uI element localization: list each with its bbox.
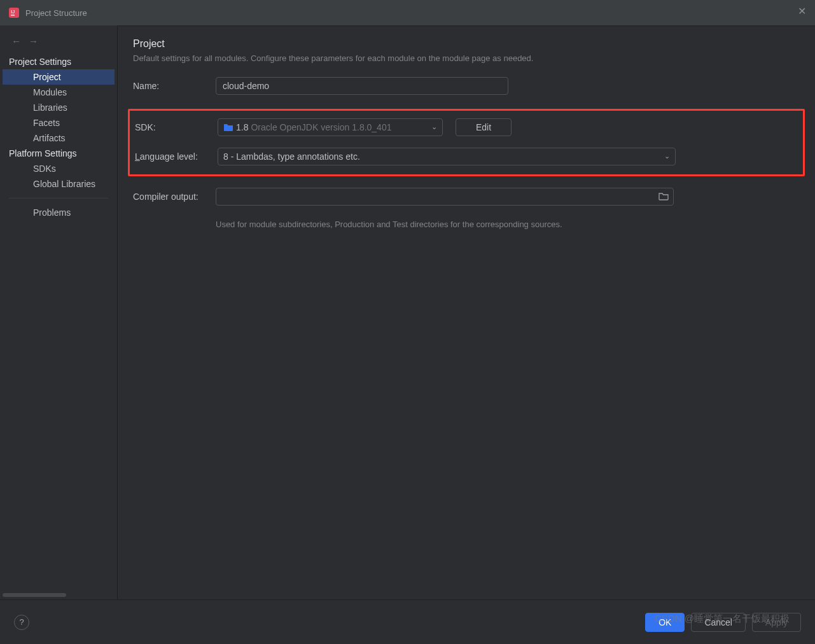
svg-text:IJ: IJ xyxy=(11,9,15,15)
name-input[interactable] xyxy=(216,77,508,95)
label-compiler-output: Compiler output: xyxy=(133,192,216,202)
highlight-box: SDK: 1.8 Oracle OpenJDK version 1.8.0_40… xyxy=(128,109,805,176)
chevron-down-icon: ⌄ xyxy=(431,123,437,131)
row-sdk: SDK: 1.8 Oracle OpenJDK version 1.8.0_40… xyxy=(130,118,803,136)
apply-button[interactable]: Apply xyxy=(752,613,801,632)
row-compiler-output: Compiler output: xyxy=(133,188,800,206)
compiler-output-input[interactable] xyxy=(216,188,674,206)
sidebar-item-modules[interactable]: Modules xyxy=(0,85,117,100)
page-title: Project xyxy=(133,38,800,50)
row-name: Name: xyxy=(133,77,800,95)
cancel-button[interactable]: Cancel xyxy=(691,613,746,632)
sidebar-section-platform-settings: Platform Settings xyxy=(0,146,117,161)
bottom-bar: ? OK Cancel Apply xyxy=(0,599,815,644)
sidebar-item-project[interactable]: Project xyxy=(3,69,115,85)
compiler-output-help: Used for module subdirectories, Producti… xyxy=(216,220,800,229)
sidebar-item-sdks[interactable]: SDKs xyxy=(0,161,117,176)
sidebar-item-libraries[interactable]: Libraries xyxy=(0,100,117,115)
window-title: Project Structure xyxy=(25,8,87,18)
row-language-level: Language level: 8 - Lambdas, type annota… xyxy=(130,148,803,165)
edit-button[interactable]: Edit xyxy=(456,118,512,136)
sidebar-item-problems[interactable]: Problems xyxy=(0,205,117,220)
sidebar-scrollbar[interactable] xyxy=(3,593,66,597)
app-icon: IJ xyxy=(9,8,19,18)
sdk-version-text: 1.8 xyxy=(236,122,248,132)
sdk-detail-text: Oracle OpenJDK version 1.8.0_401 xyxy=(251,122,391,132)
sidebar: ← → Project Settings Project Modules Lib… xyxy=(0,25,118,599)
label-sdk: SDK: xyxy=(135,122,218,132)
sidebar-item-artifacts[interactable]: Artifacts xyxy=(0,130,117,146)
sidebar-section-project-settings: Project Settings xyxy=(0,54,117,69)
sdk-dropdown[interactable]: 1.8 Oracle OpenJDK version 1.8.0_401 ⌄ xyxy=(218,118,443,136)
label-name: Name: xyxy=(133,81,216,91)
compiler-output-wrapper xyxy=(216,188,674,206)
sidebar-item-facets[interactable]: Facets xyxy=(0,115,117,130)
ok-button[interactable]: OK xyxy=(645,613,685,632)
close-icon[interactable]: ✕ xyxy=(798,6,806,17)
language-level-dropdown[interactable]: 8 - Lambdas, type annotations etc. ⌄ xyxy=(218,148,676,165)
nav-history: ← → xyxy=(0,32,117,54)
browse-folder-icon[interactable] xyxy=(658,192,669,202)
chevron-down-icon: ⌄ xyxy=(664,152,670,160)
language-level-text: 8 - Lambdas, type annotations etc. xyxy=(223,151,360,162)
label-language-level: Language level: xyxy=(135,151,218,162)
page-description: Default settings for all modules. Config… xyxy=(133,53,800,63)
forward-icon[interactable]: → xyxy=(29,36,38,46)
body-area: ← → Project Settings Project Modules Lib… xyxy=(0,25,815,599)
content-panel: Project Default settings for all modules… xyxy=(118,25,815,599)
titlebar: IJ Project Structure ✕ xyxy=(0,0,815,26)
folder-icon xyxy=(223,123,233,132)
help-icon[interactable]: ? xyxy=(14,615,29,630)
svg-rect-1 xyxy=(11,15,15,16)
sidebar-separator xyxy=(9,198,108,199)
sidebar-item-global-libraries[interactable]: Global Libraries xyxy=(0,176,117,192)
back-icon[interactable]: ← xyxy=(11,36,21,46)
